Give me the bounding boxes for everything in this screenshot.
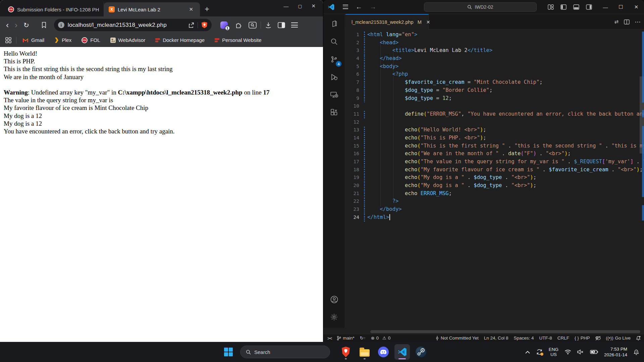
- code-line-20[interactable]: 20 echo("My dog is a " . $dog_type . "<b…: [345, 182, 644, 190]
- onedrive-sync-icon[interactable]: [536, 349, 543, 355]
- source-control-icon[interactable]: 4: [326, 51, 342, 67]
- editor-tab-php-file[interactable]: l_mclean215318_week2.php M ✕: [345, 14, 429, 29]
- remote-indicator[interactable]: ><: [327, 336, 331, 341]
- tray-clock[interactable]: 7:53 PM2026-01-14: [604, 346, 627, 358]
- battery-charging-icon[interactable]: [590, 350, 598, 354]
- browser-maximize-button[interactable]: ▢: [298, 4, 302, 9]
- code-line-24[interactable]: 24</html>: [345, 214, 644, 222]
- taskbar-discord-icon[interactable]: [376, 344, 391, 360]
- leo-ai-icon[interactable]: 1: [220, 21, 228, 29]
- volume-muted-icon[interactable]: [577, 349, 584, 355]
- url-bar[interactable]: i localhost/l_mclean215318_week2.php: [54, 19, 212, 31]
- git-branch-item[interactable]: main*: [337, 336, 355, 341]
- go-live-item[interactable]: ((•))Go Live: [606, 336, 631, 341]
- search-icon[interactable]: [326, 34, 342, 50]
- code-line-7[interactable]: 7 $favorite_ice_cream = "Mint Chocolate …: [345, 78, 644, 86]
- problems-item[interactable]: ⊗0 ⚠0: [371, 336, 391, 341]
- browser-tab-levi-mclean-lab-2[interactable]: X Levi McLean Lab 2 ✕: [104, 2, 200, 16]
- code-line-1[interactable]: 1<html lang="en">: [345, 31, 644, 39]
- site-info-icon[interactable]: i: [58, 22, 64, 28]
- encoding-item[interactable]: UTF-8: [539, 336, 552, 341]
- code-line-21[interactable]: 21 echo ERROR_MSG;: [345, 190, 644, 198]
- code-line-19[interactable]: 19 echo("My dog is a " . $dog_type . "<b…: [345, 174, 644, 182]
- brave-shield-icon[interactable]: [201, 21, 208, 28]
- share-icon[interactable]: [188, 22, 194, 28]
- search-window-icon[interactable]: [249, 22, 257, 28]
- remote-explorer-icon[interactable]: [326, 87, 342, 103]
- language-mode-item[interactable]: { }PHP: [575, 336, 590, 341]
- vscode-menu-icon[interactable]: [343, 5, 348, 9]
- code-line-12[interactable]: 12: [345, 118, 644, 126]
- horizontal-scrollbar[interactable]: [370, 330, 640, 333]
- php-elephant-disabled-icon[interactable]: [595, 336, 601, 341]
- code-line-23[interactable]: 23 </body>: [345, 205, 644, 214]
- taskbar-steam-icon[interactable]: [413, 344, 429, 360]
- taskbar-brave-icon[interactable]: [338, 344, 354, 360]
- bookmark-webadvisor[interactable]: WebAdvisor: [110, 37, 146, 43]
- code-line-2[interactable]: 2 <head>: [345, 39, 644, 47]
- start-button[interactable]: [224, 348, 233, 356]
- bookmark-gmail[interactable]: Gmail: [22, 37, 44, 43]
- vscode-minimize-button[interactable]: —: [598, 4, 613, 10]
- nav-forward-icon[interactable]: →: [370, 3, 376, 11]
- browser-close-button[interactable]: ✕: [311, 3, 316, 9]
- taskbar-search[interactable]: Search: [240, 346, 330, 358]
- command-center-search[interactable]: IWD2-02: [424, 2, 537, 12]
- accounts-icon[interactable]: [326, 291, 342, 307]
- toggle-panel-icon[interactable]: [573, 4, 579, 10]
- new-tab-button[interactable]: +: [205, 4, 209, 14]
- more-actions-icon[interactable]: ···: [635, 19, 641, 25]
- code-line-8[interactable]: 8 $dog_type = "Border Collie";: [345, 86, 644, 95]
- vscode-close-button[interactable]: ✕: [629, 4, 644, 10]
- bookmark-docker-homepage[interactable]: Docker Homepage: [155, 37, 205, 43]
- nav-back-icon[interactable]: ←: [356, 3, 362, 11]
- eol-item[interactable]: CRLF: [557, 336, 569, 341]
- vscode-maximize-button[interactable]: ☐: [613, 4, 629, 10]
- extensions-icon[interactable]: [326, 105, 342, 121]
- bookmark-icon[interactable]: [41, 22, 47, 28]
- browser-minimize-button[interactable]: —: [283, 3, 288, 9]
- notification-center-bell-icon[interactable]: z: [633, 349, 639, 355]
- back-icon[interactable]: ‹: [6, 20, 9, 30]
- reload-icon[interactable]: ↻: [23, 21, 29, 29]
- tray-language-indicator[interactable]: ENGUS: [549, 347, 558, 357]
- run-debug-icon[interactable]: [326, 69, 342, 85]
- code-line-22[interactable]: 22 ?>: [345, 197, 644, 205]
- tray-chevron-up-icon[interactable]: [525, 351, 530, 354]
- forward-icon[interactable]: ›: [15, 20, 17, 30]
- extensions-puzzle-icon[interactable]: [235, 21, 243, 29]
- bookmark-fol[interactable]: FOL FOL: [82, 37, 100, 43]
- settings-gear-icon[interactable]: [326, 309, 342, 325]
- taskbar-vscode-icon[interactable]: [394, 344, 410, 360]
- code-editor[interactable]: 1<html lang="en">2 <head>3 <title>Levi M…: [345, 29, 644, 334]
- code-line-13[interactable]: 13 echo("Hello World! <br>");: [345, 126, 644, 134]
- apps-grid-icon[interactable]: [5, 37, 11, 43]
- toggle-secondary-sidebar-icon[interactable]: [586, 4, 592, 10]
- code-line-4[interactable]: 4 </head>: [345, 55, 644, 63]
- wifi-icon[interactable]: [565, 349, 571, 355]
- notifications-bell-icon[interactable]: [636, 336, 641, 341]
- browser-menu-icon[interactable]: [291, 22, 298, 27]
- bookmark-personal-website[interactable]: Personal Website: [215, 37, 261, 43]
- code-line-5[interactable]: 5 <body>: [345, 63, 644, 71]
- taskbar-file-explorer-icon[interactable]: [357, 344, 372, 360]
- split-editor-icon[interactable]: [624, 19, 630, 24]
- tab-close-icon[interactable]: ✕: [187, 6, 195, 13]
- code-line-11[interactable]: 11 define("ERROR_MSG", "You have encount…: [345, 110, 644, 118]
- customize-layout-icon[interactable]: [548, 4, 554, 10]
- sync-changes-item[interactable]: ↻↑: [360, 336, 366, 341]
- code-line-9[interactable]: 9 $dog_type = 12;: [345, 95, 644, 103]
- bookmark-plex[interactable]: Plex: [54, 37, 71, 43]
- toggle-sidebar-icon[interactable]: [560, 4, 567, 10]
- code-line-16[interactable]: 16 echo("We are in the month of " . date…: [345, 150, 644, 158]
- open-changes-icon[interactable]: ⇄: [614, 19, 619, 25]
- code-line-18[interactable]: 18 echo("My favorite flavour of ice crea…: [345, 166, 644, 174]
- commit-status-item[interactable]: Not Committed Yet: [435, 336, 479, 341]
- code-line-14[interactable]: 14 echo("This is PHP. <br>");: [345, 134, 644, 142]
- browser-tab-submission-folders[interactable]: FOL Submission Folders - INFO-1208 PHP: [3, 2, 104, 16]
- cursor-position-item[interactable]: Ln 24, Col 8: [484, 336, 508, 341]
- downloads-icon[interactable]: [265, 22, 272, 28]
- indentation-item[interactable]: Spaces: 4: [514, 336, 534, 341]
- explorer-icon[interactable]: [326, 16, 342, 32]
- code-line-15[interactable]: 15 echo("This is the first string " . "t…: [345, 142, 644, 150]
